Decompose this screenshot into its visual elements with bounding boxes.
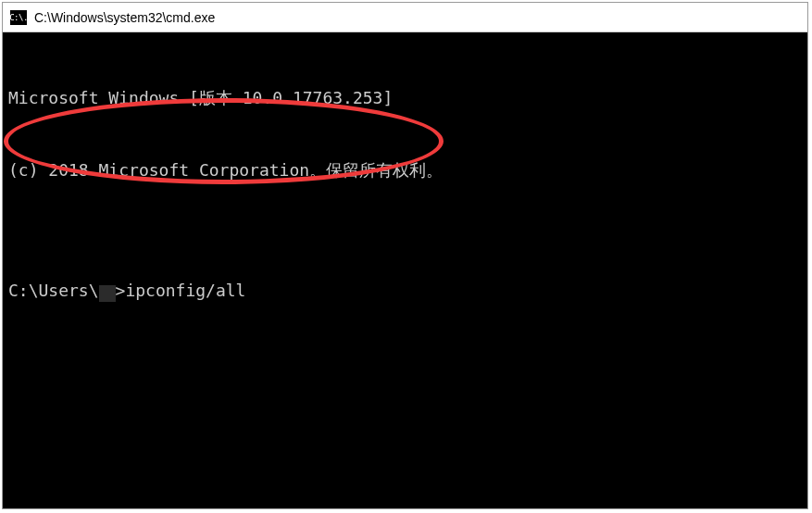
window-title: C:\Windows\system32\cmd.exe <box>34 10 215 25</box>
terminal-area[interactable]: Microsoft Windows [版本 10.0.17763.253] (c… <box>3 32 807 508</box>
terminal-line-version: Microsoft Windows [版本 10.0.17763.253] <box>8 86 802 110</box>
terminal-prompt-line: C:\Users\>ipconfig/all <box>8 279 802 303</box>
cmd-window: C:\. C:\Windows\system32\cmd.exe Microso… <box>2 2 808 509</box>
terminal-line-copyright: (c) 2018 Microsoft Corporation。保留所有权利。 <box>8 158 802 182</box>
redacted-username <box>99 285 116 302</box>
command-text: ipconfig/all <box>125 281 245 300</box>
prompt-path-prefix: C:\Users\ <box>8 281 99 300</box>
titlebar[interactable]: C:\. C:\Windows\system32\cmd.exe <box>3 3 807 32</box>
cmd-icon: C:\. <box>10 10 27 25</box>
prompt-suffix: > <box>116 281 126 300</box>
